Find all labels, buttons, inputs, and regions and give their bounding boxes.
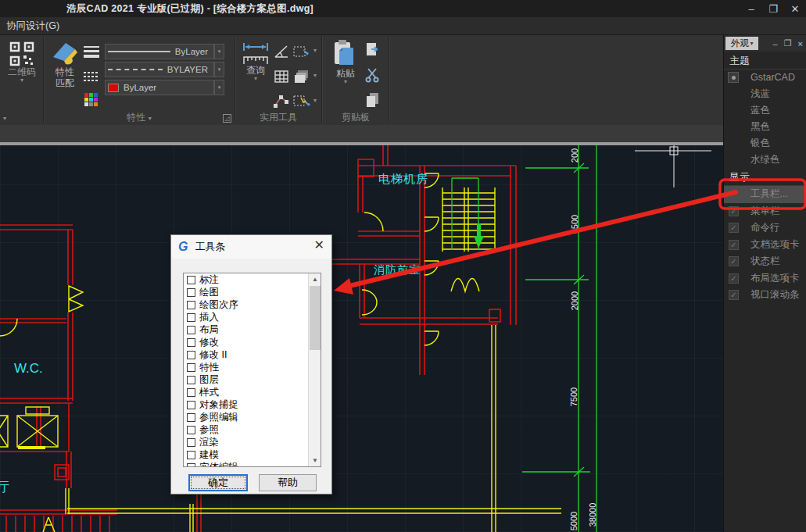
theme-item-silver[interactable]: 银色 — [724, 135, 806, 152]
polyline-vertex-icon-button[interactable] — [272, 93, 291, 110]
display-item-label: 文档选项卡 — [750, 239, 800, 250]
restore-icon[interactable]: ❐ — [767, 3, 779, 15]
checkbox-icon[interactable] — [187, 376, 195, 384]
checkbox-icon[interactable] — [187, 426, 195, 434]
toolbar-list-item[interactable]: 样式 — [184, 386, 321, 398]
display-item-viewport-scrollbars[interactable]: ✓ 视口滚动条 — [724, 287, 806, 304]
toolbar-list-item[interactable]: 布局 — [184, 323, 321, 336]
theme-item-lightblue[interactable]: 浅蓝 — [724, 86, 806, 102]
checkbox-icon[interactable] — [187, 401, 195, 409]
qr-code-button[interactable]: 二维码 ▾ — [5, 41, 39, 83]
ok-button[interactable]: 确定 — [188, 474, 248, 491]
linetype-icon-button[interactable] — [82, 68, 101, 85]
appearance-dropdown-button[interactable]: 外观 ▾ — [725, 37, 758, 50]
table-icon-button[interactable] — [272, 68, 291, 85]
toolbar-item-label: 插入 — [199, 311, 219, 324]
clipboard-group-footer[interactable]: 剪贴板 — [323, 112, 389, 124]
dialog-close-icon[interactable]: ✕ — [314, 239, 324, 252]
minimize-icon[interactable]: – — [745, 3, 758, 15]
checkbox-icon[interactable] — [187, 276, 195, 284]
match-properties-brush-icon — [51, 40, 79, 66]
toolbar-list-item[interactable]: 修改 — [184, 336, 321, 348]
panel-minimize-icon[interactable]: – — [773, 39, 778, 48]
checkbox-icon[interactable] — [187, 326, 195, 334]
display-item-menubar[interactable]: ✓ 菜单栏 — [724, 203, 806, 220]
color-dropdown[interactable]: ▾ — [214, 80, 224, 95]
display-item-document-tabs[interactable]: ✓ 文档选项卡 — [724, 237, 806, 254]
dim-200: 200 — [570, 148, 579, 162]
checkbox-icon[interactable] — [187, 288, 195, 297]
quick-select-icon-button[interactable]: ▾ — [292, 93, 311, 110]
display-item-commandline[interactable]: ✓ 命令行 — [724, 220, 806, 237]
qr-group-footer[interactable]: ▾ — [0, 112, 43, 124]
toolbar-list-item[interactable]: 实体编辑 — [184, 461, 321, 467]
match-properties-button[interactable]: 特性匹配 — [47, 40, 83, 88]
close-icon[interactable]: ✕ — [789, 3, 801, 15]
checkbox-icon[interactable] — [187, 451, 195, 459]
checkbox-icon[interactable] — [187, 413, 195, 422]
toolbar-list-item[interactable]: 建模 — [184, 448, 321, 461]
utility-group-footer[interactable]: 实用工具 — [236, 112, 321, 124]
color-field[interactable]: ByLayer — [105, 80, 214, 95]
toolbar-list-item[interactable]: 绘图 — [184, 286, 321, 298]
checkbox-icon[interactable] — [187, 363, 195, 372]
display-item-layout-tabs[interactable]: ✓ 布局选项卡 — [724, 270, 806, 287]
scroll-up-icon[interactable]: ▲ — [309, 273, 321, 285]
radio-selected-icon — [728, 72, 739, 83]
copy-layers-icon-button[interactable]: ▾ — [292, 68, 311, 85]
checkbox-icon[interactable] — [187, 463, 195, 468]
scrollbar-thumb[interactable] — [310, 286, 321, 350]
toolbar-list-item[interactable]: 渲染 — [184, 436, 321, 448]
linetype-dropdown[interactable]: ▾ — [214, 62, 224, 77]
display-item-toolbars[interactable]: 工具栏... — [724, 186, 806, 203]
dialog-scrollbar[interactable]: ▲ ▼ — [308, 273, 321, 466]
theme-item-blue[interactable]: 蓝色 — [724, 102, 806, 119]
panel-close-icon[interactable]: × — [798, 39, 803, 48]
scroll-down-icon[interactable]: ▼ — [309, 455, 321, 466]
paste-button[interactable]: 粘贴 ▾ — [328, 40, 363, 84]
toolbar-list-item[interactable]: 图层 — [184, 373, 321, 386]
theme-item-aqua[interactable]: 水绿色 — [724, 152, 806, 168]
checkbox-icon[interactable] — [187, 313, 195, 322]
copy-icon-button[interactable] — [364, 91, 382, 109]
toolbar-list-item[interactable]: 特性 — [184, 361, 321, 373]
checkbox-icon[interactable] — [187, 351, 195, 359]
properties-group-footer[interactable]: 特性 ▾ — [45, 112, 234, 124]
lineweight-dropdown[interactable]: ▾ — [214, 44, 224, 59]
panel-restore-icon[interactable]: ❐ — [784, 38, 792, 48]
lineweight-field[interactable]: ByLayer — [105, 44, 214, 59]
angle-icon-button[interactable] — [272, 43, 291, 60]
theme-label: 银色 — [750, 137, 770, 148]
toolbar-list-item[interactable]: 参照 — [184, 423, 321, 436]
checkbox-icon[interactable] — [187, 438, 195, 447]
theme-item-black[interactable]: 黑色 — [724, 119, 806, 135]
properties-group-label: 特性 — [127, 112, 145, 123]
menu-collaboration[interactable]: 协同设计(G) — [0, 20, 66, 33]
toolbar-list-item[interactable]: 标注 — [184, 273, 321, 286]
cut-scissors-icon-button[interactable] — [364, 66, 382, 84]
select-window-icon-button[interactable]: ▾ — [292, 43, 311, 60]
inquiry-button[interactable]: 查询 ▾ — [239, 41, 272, 81]
toolbar-list-item[interactable]: 对象捕捉 — [184, 398, 321, 411]
linetype-field[interactable]: BYLAYER — [105, 62, 214, 77]
toolbar-list-item[interactable]: 绘图次序 — [184, 298, 321, 311]
color-palette-icon-button[interactable] — [82, 91, 101, 109]
ribbon-group-utility: 查询 ▾ ▾ — [236, 35, 321, 125]
gstarcad-logo-icon: G — [178, 240, 188, 254]
checkbox-icon[interactable] — [187, 301, 195, 309]
toolbar-list-item[interactable]: 插入 — [184, 311, 321, 323]
angle-icon — [274, 45, 288, 58]
toolbar-list-item[interactable]: 修改 II — [184, 348, 321, 361]
help-button[interactable]: 帮助 — [259, 474, 317, 491]
dialog-launcher-icon[interactable]: ◿ — [223, 114, 231, 123]
theme-item-gstarcad[interactable]: GstarCAD — [724, 70, 806, 86]
toolbar-list-item[interactable]: 参照编辑 — [184, 411, 321, 423]
drawing-canvas[interactable]: 电梯机房 消防前室 W.C. 厅 200 4500 2000 7500 5000… — [0, 145, 723, 532]
dialog-titlebar[interactable]: G 工具条 ✕ — [171, 235, 331, 259]
lineweight-icon-button[interactable] — [82, 43, 101, 60]
checkbox-icon[interactable] — [187, 388, 195, 397]
copy-clip-icon-button[interactable] — [364, 41, 382, 59]
checkbox-icon[interactable] — [187, 338, 195, 347]
display-item-statusbar[interactable]: ✓ 状态栏 — [724, 253, 806, 270]
chevron-down-icon: ▾ — [313, 98, 317, 103]
